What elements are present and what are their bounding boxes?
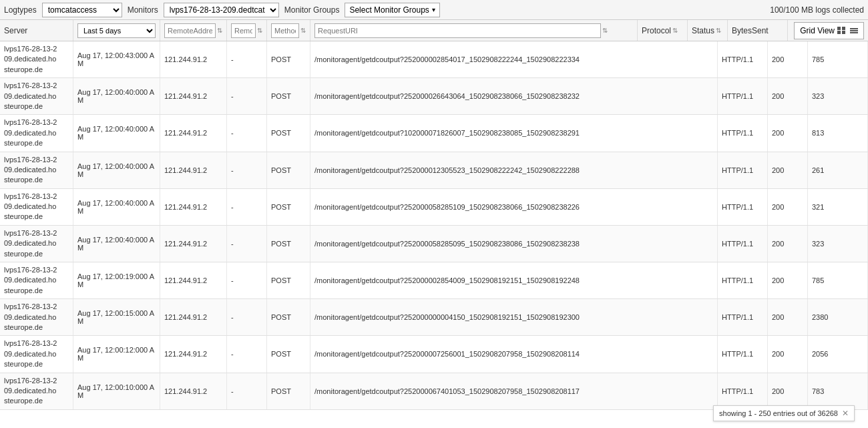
grid-view-button[interactable]: Grid View	[794, 22, 864, 39]
cell-protocol: HTTP/1.1	[718, 152, 768, 188]
cell-remoteuser: -	[227, 262, 267, 298]
cell-status: 200	[768, 189, 808, 225]
cell-remoteaddr: 121.244.91.2	[160, 41, 227, 77]
table-row: lvps176-28-13-2 09.dedicated.ho steurope…	[0, 262, 868, 299]
cell-bytessent: 323	[808, 78, 868, 114]
cell-date: Aug 17, 12:00:40:000 AM	[73, 152, 160, 188]
cell-status: 200	[768, 373, 808, 409]
table-row: lvps176-28-13-2 09.dedicated.ho steurope…	[0, 189, 868, 226]
col-server: Server	[0, 20, 73, 41]
cell-remoteaddr: 121.244.91.2	[160, 336, 227, 372]
table-row: lvps176-28-13-2 09.dedicated.ho steurope…	[0, 299, 868, 336]
toolbar: Logtypes tomcataccess Monitors lvps176-2…	[0, 0, 868, 20]
col-method[interactable]: ⇅	[267, 20, 310, 41]
cell-protocol: HTTP/1.1	[718, 262, 768, 298]
grid-view-label: Grid View	[800, 26, 835, 35]
cell-date: Aug 17, 12:00:40:000 AM	[73, 115, 160, 151]
sort-icon5: ⇅	[672, 27, 678, 34]
cell-bytessent: 261	[808, 152, 868, 188]
cell-requesturi: /monitoragent/getdcoutput?25200000000415…	[310, 299, 718, 335]
cell-remoteaddr: 121.244.91.2	[160, 152, 227, 188]
status-close-button[interactable]: ✕	[842, 409, 849, 418]
cell-requesturi: /monitoragent/getdcoutput?25200005828510…	[310, 189, 718, 225]
cell-protocol: HTTP/1.1	[718, 115, 768, 151]
col-status[interactable]: Status ⇅	[688, 20, 728, 41]
cell-remoteuser: -	[227, 152, 267, 188]
col-remoteaddress[interactable]: ⇅	[160, 20, 227, 41]
remoteaddress-filter[interactable]	[164, 23, 216, 38]
cell-status: 200	[768, 336, 808, 372]
chevron-down-icon: ▾	[432, 6, 435, 13]
logtypes-label: Logtypes	[4, 5, 37, 15]
cell-status: 200	[768, 115, 808, 151]
cell-requesturi: /monitoragent/getdcoutput?25200000285400…	[310, 262, 718, 298]
cell-method: POST	[267, 262, 310, 298]
cell-server: lvps176-28-13-2 09.dedicated.ho steurope…	[0, 78, 73, 114]
cell-method: POST	[267, 299, 310, 335]
cell-method: POST	[267, 41, 310, 77]
table-area: lvps176-28-13-2 09.dedicated.ho steurope…	[0, 41, 868, 428]
cell-remoteuser: -	[227, 41, 267, 77]
cell-date: Aug 17, 12:00:10:000 AM	[73, 373, 160, 409]
cell-bytessent: 2380	[808, 299, 868, 335]
cell-method: POST	[267, 189, 310, 225]
monitors-select[interactable]: lvps176-28-13-209.dedtcat	[164, 3, 279, 17]
cell-date: Aug 17, 12:00:43:000 AM	[73, 41, 160, 77]
remoteuser-filter[interactable]	[231, 23, 256, 38]
cell-protocol: HTTP/1.1	[718, 299, 768, 335]
monitor-groups-label: Monitor Groups	[284, 5, 340, 15]
cell-server: lvps176-28-13-2 09.dedicated.ho steurope…	[0, 115, 73, 151]
cell-server: lvps176-28-13-2 09.dedicated.ho steurope…	[0, 336, 73, 372]
cell-status: 200	[768, 262, 808, 298]
cell-bytessent: 2056	[808, 336, 868, 372]
cell-date: Aug 17, 12:00:40:000 AM	[73, 189, 160, 225]
cell-bytessent: 813	[808, 115, 868, 151]
cell-status: 200	[768, 299, 808, 335]
cell-status: 200	[768, 78, 808, 114]
cell-method: POST	[267, 78, 310, 114]
cell-bytessent: 785	[808, 262, 868, 298]
cell-requesturi: /monitoragent/getdcoutput?25200001230552…	[310, 152, 718, 188]
cell-requesturi: /monitoragent/getdcoutput?25200000725600…	[310, 336, 718, 372]
requesturi-filter[interactable]	[314, 23, 601, 38]
grid-icon	[837, 27, 846, 34]
col-bytessent: BytesSent	[728, 20, 788, 41]
method-filter[interactable]	[271, 23, 299, 38]
col-requesturi[interactable]: ⇅	[310, 20, 638, 41]
lastdays-select[interactable]: Last 5 days	[77, 23, 156, 38]
grid-view-area: Grid View	[788, 20, 868, 41]
cell-protocol: HTTP/1.1	[718, 226, 768, 262]
sort-icon: ⇅	[217, 27, 222, 34]
sort-icon6: ⇅	[716, 27, 721, 34]
monitor-groups-dropdown[interactable]: Select Monitor Groups ▾	[345, 3, 439, 17]
cell-requesturi: /monitoragent/getdcoutput?25200006740105…	[310, 373, 718, 409]
cell-server: lvps176-28-13-2 09.dedicated.ho steurope…	[0, 299, 73, 335]
cell-remoteaddr: 121.244.91.2	[160, 262, 227, 298]
logtypes-select[interactable]: tomcataccess	[42, 3, 122, 17]
col-lastdays[interactable]: Last 5 days	[73, 20, 160, 41]
cell-status: 200	[768, 226, 808, 262]
cell-status: 200	[768, 41, 808, 77]
sort-icon4: ⇅	[602, 27, 608, 34]
cell-remoteuser: -	[227, 299, 267, 335]
col-protocol[interactable]: Protocol ⇅	[638, 20, 688, 41]
cell-date: Aug 17, 12:00:40:000 AM	[73, 78, 160, 114]
cell-requesturi: /monitoragent/getdcoutput?25200000285401…	[310, 41, 718, 77]
cell-remoteaddr: 121.244.91.2	[160, 226, 227, 262]
cell-remoteuser: -	[227, 115, 267, 151]
cell-remoteuser: -	[227, 226, 267, 262]
col-remoteuser[interactable]: ⇅	[227, 20, 267, 41]
cell-remoteuser: -	[227, 336, 267, 372]
cell-protocol: HTTP/1.1	[718, 189, 768, 225]
cell-method: POST	[267, 115, 310, 151]
cell-date: Aug 17, 12:00:19:000 AM	[73, 262, 160, 298]
cell-requesturi: /monitoragent/getdcoutput?10200007182600…	[310, 115, 718, 151]
cell-requesturi: /monitoragent/getdcoutput?25200005828509…	[310, 226, 718, 262]
sort-icon2: ⇅	[257, 27, 262, 34]
cell-server: lvps176-28-13-2 09.dedicated.ho steurope…	[0, 226, 73, 262]
cell-remoteaddr: 121.244.91.2	[160, 189, 227, 225]
cell-date: Aug 17, 12:00:15:000 AM	[73, 299, 160, 335]
cell-bytessent: 323	[808, 226, 868, 262]
cell-remoteuser: -	[227, 78, 267, 114]
monitors-label: Monitors	[128, 5, 158, 15]
